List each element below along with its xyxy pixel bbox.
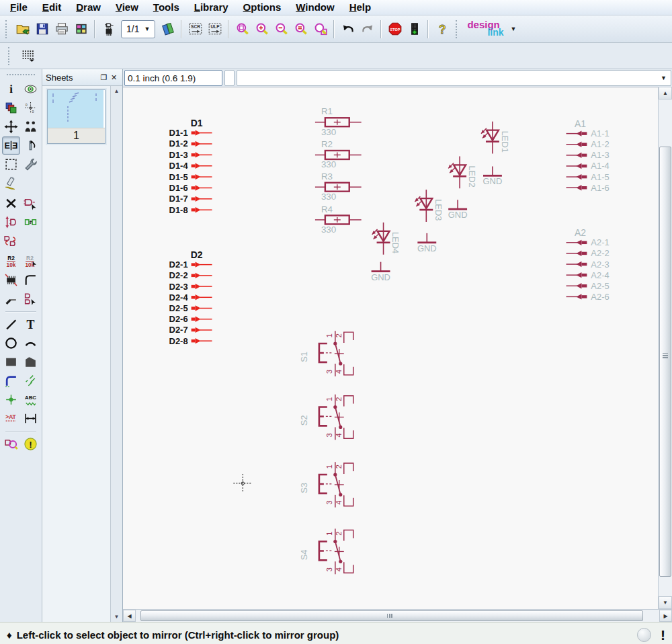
tool-miter-button[interactable] [22,271,40,289]
sheet-selector[interactable]: 1/1▼ [121,20,155,38]
sheet-1-thumbnail[interactable]: 1 [47,89,106,144]
menu-help[interactable]: Help [342,1,379,14]
tool-rotate-button[interactable] [22,136,40,155]
close-panel-icon[interactable]: ✕ [109,73,119,82]
tool-show-button[interactable] [22,80,40,98]
tool-gateswap-button[interactable] [22,213,40,231]
tool-mark-button[interactable]: 00 [22,99,40,117]
design-link-dropdown-icon[interactable]: ▼ [510,26,516,32]
horizontal-scroll-thumb[interactable] [140,610,643,621]
tool-value-button[interactable]: R210k [22,252,40,270]
component-LED2[interactable]: LED2 [448,156,477,188]
tool-net-button[interactable] [22,372,40,390]
save-button[interactable] [32,19,52,39]
ground-symbol-3[interactable]: GND [417,233,437,253]
scroll-up-icon[interactable]: ▲ [659,87,672,99]
scroll-down-icon[interactable]: ▼ [114,614,120,620]
horizontal-scrollbar[interactable]: ◀ ▶ [123,609,672,622]
zoom-out-button[interactable] [271,19,291,39]
tool-name-button[interactable]: R210k [2,252,20,270]
toolbar-drag-handle[interactable] [5,20,9,38]
tool-polygon-button[interactable] [22,353,40,371]
tool-wire-button[interactable] [2,315,20,333]
tool-label-button[interactable]: ABC [22,391,40,409]
undo-button[interactable] [338,19,358,39]
scroll-left-icon[interactable]: ◀ [123,610,136,622]
component-LED4[interactable]: LED4 [372,223,401,255]
tool-replace-button[interactable] [1,232,19,250]
tool-smash-button[interactable] [2,271,20,289]
vertical-scroll-track[interactable] [659,99,672,596]
command-dropdown-icon[interactable]: ▼ [661,75,667,81]
menu-tools[interactable]: Tools [146,1,187,14]
stop-button[interactable]: STOP [385,19,405,39]
print-button[interactable] [52,19,71,39]
connector-A1[interactable]: A1A1-1A1-2A1-3A1-4A1-5A1-6 [566,118,610,193]
float-panel-icon[interactable]: ❐ [99,73,109,82]
tool-arc-button[interactable] [22,334,40,352]
tool-bus-button[interactable] [2,372,20,390]
library-manager-button[interactable] [158,19,177,39]
connector-A2[interactable]: A2A2-1A2-2A2-3A2-4A2-5A2-6 [566,227,610,302]
tool-circle-button[interactable] [2,334,20,352]
ground-symbol-4[interactable]: GND [371,262,390,282]
tool-invoke-button[interactable] [22,290,40,308]
toolbar-drag-handle[interactable] [8,47,11,65]
component-R1[interactable]: R1330 [315,106,362,136]
tool-rect-button[interactable] [2,353,20,371]
vertical-scroll-thumb[interactable] [659,147,671,577]
menu-options[interactable]: Options [236,1,289,14]
use-library-button[interactable] [99,19,118,39]
tool-move-button[interactable] [2,118,20,136]
menu-window[interactable]: Window [288,1,341,14]
tool-info-button[interactable]: i [2,80,20,98]
connector-D2[interactable]: D2D2-1D2-2D2-3D2-4D2-5D2-6D2-7D2-8 [169,249,212,346]
export-image-button[interactable] [71,19,91,39]
command-toolbar-drag-handle[interactable] [7,74,35,75]
tool-paste-button[interactable] [1,174,19,192]
component-R4[interactable]: R4330 [315,204,362,235]
design-link-button[interactable]: designlink [466,18,510,40]
tool-errors-button[interactable]: ! [22,435,40,453]
menu-draw[interactable]: Draw [69,1,108,14]
scroll-right-icon[interactable]: ▶ [659,610,672,622]
run-script-button[interactable]: SCR [185,19,205,39]
help-button[interactable]: ? [432,19,452,39]
menu-edit[interactable]: Edit [35,1,69,14]
tool-mirror-button[interactable]: EƎ [2,136,20,155]
tool-group-button[interactable] [2,155,20,173]
grid-button[interactable] [15,46,41,66]
component-LED1[interactable]: LED1 [481,122,510,154]
component-S3[interactable]: S31234 [299,462,353,508]
tool-split-button[interactable] [2,290,20,308]
horizontal-scroll-track[interactable] [136,610,659,622]
component-R2[interactable]: R2330 [315,139,362,169]
component-S2[interactable]: S21234 [299,395,353,440]
connector-D1[interactable]: D1D1-1D1-2D1-3D1-4D1-5D1-6D1-7D1-8 [169,118,212,215]
zoom-in-button[interactable] [252,19,271,39]
component-R3[interactable]: R3330 [315,171,362,202]
run-ulp-button[interactable]: ULP [205,19,224,39]
toolbar-drag-handle[interactable] [456,20,459,38]
tool-delete-button[interactable] [2,194,20,212]
scroll-up-icon[interactable]: ▲ [114,88,120,94]
vertical-scrollbar[interactable]: ▲ ▼ [658,87,672,609]
redo-button[interactable] [358,19,377,39]
zoom-select-button[interactable] [291,19,310,39]
command-input[interactable]: ▼ [237,70,671,86]
go-button[interactable] [405,19,424,39]
tool-text-button[interactable]: T [22,315,40,333]
component-S1[interactable]: S11234 [299,331,353,376]
tool-change-button[interactable] [22,155,40,173]
ground-symbol-2[interactable]: GND [448,200,468,220]
menu-view[interactable]: View [108,1,146,14]
ground-symbol-1[interactable]: GND [483,166,503,186]
menu-file[interactable]: File [3,1,35,14]
open-button[interactable] [13,19,32,39]
scroll-down-icon[interactable]: ▼ [659,596,672,609]
menu-library[interactable]: Library [187,1,236,14]
component-S4[interactable]: S41234 [299,529,353,575]
tool-attribute-button[interactable]: >AT [2,409,20,428]
schematic-canvas[interactable]: D1D1-1D1-2D1-3D1-4D1-5D1-6D1-7D1-8D2D2-1… [123,87,658,609]
tool-erc-button[interactable] [2,435,20,453]
